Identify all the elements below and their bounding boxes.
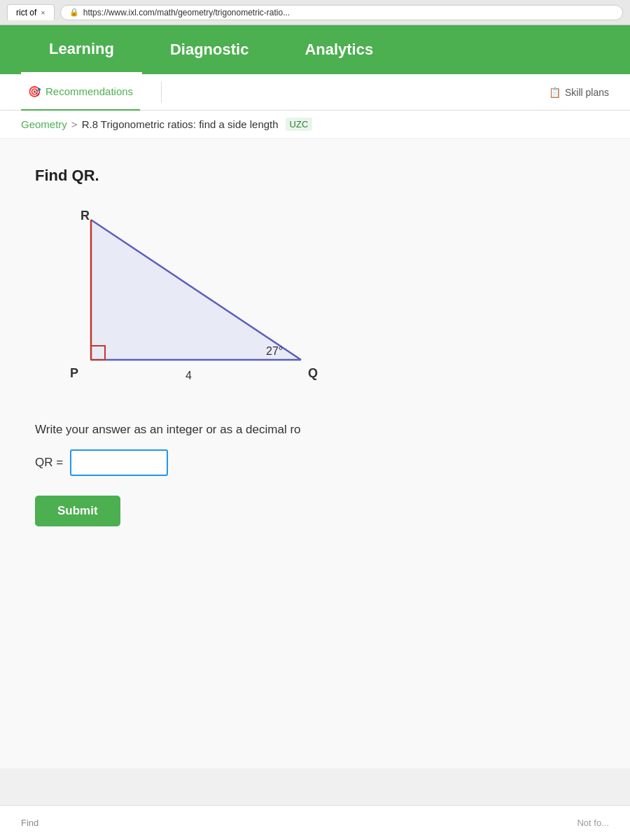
breadcrumb-skill-name: R.8 Trigonometric ratios: find a side le…: [82, 118, 279, 130]
submit-button[interactable]: Submit: [35, 496, 120, 526]
sub-nav-divider: [161, 82, 162, 103]
breadcrumb-geometry-link[interactable]: Geometry: [21, 118, 67, 130]
answer-row: QR =: [35, 449, 595, 476]
qr-answer-input[interactable]: [70, 449, 168, 476]
triangle-svg: R P Q 27° 4: [49, 206, 343, 402]
sub-nav-skill-plans[interactable]: 📋 Skill plans: [549, 87, 609, 98]
bottom-find-link[interactable]: Find: [21, 818, 38, 828]
nav-item-diagnostic[interactable]: Diagnostic: [142, 25, 276, 74]
browser-tab[interactable]: rict of ×: [7, 4, 55, 20]
recommendations-icon: 🎯: [28, 85, 41, 98]
lock-icon: 🔒: [69, 8, 79, 17]
breadcrumb: Geometry > R.8 Trigonometric ratios: fin…: [0, 111, 630, 139]
url-text: https://www.ixl.com/math/geometry/trigon…: [83, 8, 290, 18]
problem-title: Find QR.: [35, 167, 595, 185]
skill-code-badge: UZC: [286, 118, 313, 131]
sub-nav-recommendations[interactable]: 🎯 Recommendations: [21, 74, 140, 111]
bottom-right-text: Not fo...: [577, 818, 609, 828]
svg-text:R: R: [80, 209, 90, 223]
answer-section: Write your answer as an integer or as a …: [35, 423, 595, 526]
skill-plans-icon: 📋: [549, 87, 561, 98]
tab-label: rict of: [16, 8, 36, 18]
main-nav: Learning Diagnostic Analytics: [0, 25, 630, 74]
svg-text:P: P: [70, 366, 78, 380]
answer-label: QR =: [35, 456, 63, 470]
answer-instruction: Write your answer as an integer or as a …: [35, 423, 595, 437]
svg-text:27°: 27°: [266, 345, 283, 357]
main-content: Find QR. R P Q: [0, 139, 630, 769]
triangle-diagram: R P Q 27° 4: [49, 206, 343, 402]
bottom-bar: Find Not fo...: [0, 805, 630, 840]
nav-item-analytics[interactable]: Analytics: [276, 25, 401, 74]
svg-text:Q: Q: [308, 366, 318, 380]
sub-nav: 🎯 Recommendations 📋 Skill plans: [0, 74, 630, 111]
breadcrumb-chevron: >: [71, 118, 78, 130]
svg-text:4: 4: [186, 370, 192, 382]
nav-item-learning[interactable]: Learning: [21, 25, 142, 74]
tab-close-button[interactable]: ×: [41, 8, 45, 17]
url-bar[interactable]: 🔒 https://www.ixl.com/math/geometry/trig…: [60, 5, 623, 20]
browser-chrome: rict of × 🔒 https://www.ixl.com/math/geo…: [0, 0, 630, 25]
